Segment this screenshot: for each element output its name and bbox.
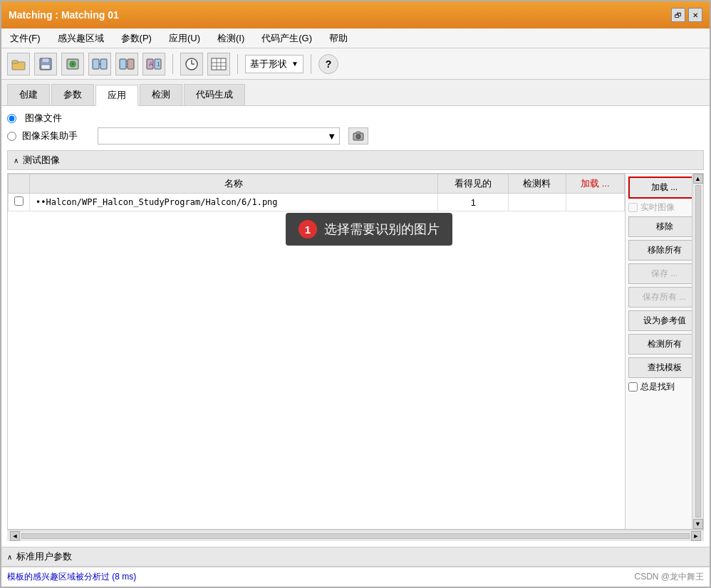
close-button[interactable]: ✕ [688,8,702,22]
toolbar-icon6[interactable]: A 1 [142,53,165,75]
standard-params-label: 标准用户参数 [16,550,72,563]
th-visible: 看得见的 [438,174,509,194]
th-load: 加载 ... [566,174,624,194]
status-text: 模板的感兴趣区域被分析过 (8 ms) [7,571,136,583]
camera-button[interactable] [348,127,368,145]
tooltip-popup: 1 选择需要识别的图片 [286,213,452,246]
svg-rect-30 [356,132,360,134]
tooltip-text: 选择需要识别的图片 [324,221,440,238]
svg-point-29 [356,135,360,139]
bottom-section: ∧ 标准用户参数 [1,547,710,567]
test-images-label: 测试图像 [23,154,60,167]
apply-tab-content: 图像文件 图像采集助手 ▼ [1,106,710,547]
svg-rect-23 [212,58,226,70]
menu-bar: 文件(F) 感兴趣区域 参数(P) 应用(U) 检测(I) 代码产生(G) 帮助 [1,28,710,48]
always-find-checkbox[interactable] [628,382,638,392]
th-detection: 检测料 [509,174,566,194]
shape-dropdown[interactable]: 基于形状 ▼ [245,55,303,73]
csdn-credit: CSDN @龙中舞王 [634,571,704,583]
tab-detect[interactable]: 检测 [140,84,182,105]
collapse-icon: ∧ [14,157,19,164]
grid-button[interactable] [207,53,230,75]
row-load-cell [566,194,624,211]
radio-row-2: 图像采集助手 ▼ [7,127,704,145]
realtime-row: 实时图像 [628,201,700,214]
save-all-button[interactable]: 保存所有 ... [628,287,700,308]
tab-create[interactable]: 创建 [7,84,50,105]
open-folder-button[interactable] [7,53,30,75]
standard-params-header[interactable]: ∧ 标准用户参数 [1,547,710,567]
th-checkbox [9,174,30,194]
svg-rect-12 [128,59,134,69]
radio-image-capture-label: 图像采集助手 [22,130,78,142]
tab-params[interactable]: 参数 [51,84,94,105]
tabs-bar: 创建 参数 应用 检测 代码生成 [1,80,710,106]
toolbar-sep3 [311,54,311,74]
toolbar-sep1 [172,54,173,74]
menu-detect[interactable]: 检测(I) [214,31,247,46]
menu-help[interactable]: 帮助 [326,31,351,46]
help-icon: ? [326,58,332,70]
menu-apply[interactable]: 应用(U) [166,31,203,46]
vertical-scrollbar[interactable]: ▲ ▼ [692,174,703,529]
scroll-left-button[interactable]: ◄ [10,531,20,541]
collapse-icon-2: ∧ [7,553,12,561]
toolbar-icon5[interactable] [115,53,138,75]
realtime-label: 实时图像 [640,201,675,214]
test-images-header[interactable]: ∧ 测试图像 [7,150,704,170]
horizontal-scrollbar[interactable]: ◄ ► [7,530,704,541]
toolbar-sep2 [237,54,238,74]
clock-button[interactable] [180,53,203,75]
menu-params[interactable]: 参数(P) [118,31,155,46]
title-bar: Matching : Matching 01 🗗 ✕ [1,1,710,28]
radio-image-file[interactable] [7,114,16,123]
scroll-right-button[interactable]: ► [691,531,701,541]
dropdown-arrow-icon: ▼ [327,131,336,142]
row-check-input[interactable] [14,196,24,206]
th-name: 名称 [30,174,438,194]
detect-all-button[interactable]: 检测所有 [628,334,700,355]
remove-button[interactable]: 移除 [628,216,700,237]
scroll-track[interactable] [695,185,701,518]
svg-rect-4 [41,65,50,69]
load-button[interactable]: 加载 ... [628,177,700,199]
table-row: ••Halcon/WPF_Halcon_StudyProgram/Halcon/… [9,194,625,211]
tab-codegen[interactable]: 代码生成 [184,84,245,105]
svg-rect-11 [120,59,126,69]
svg-rect-3 [42,58,49,63]
save-button[interactable]: 保存 ... [628,263,700,284]
svg-text:A: A [149,61,153,68]
title-bar-buttons: 🗗 ✕ [671,8,702,22]
save-button[interactable] [34,53,57,75]
find-template-button[interactable]: 查找模板 [628,357,700,378]
row-detection [509,194,566,211]
set-reference-button[interactable]: 设为参考值 [628,310,700,331]
scroll-up-button[interactable]: ▲ [693,174,703,184]
main-content: 图像文件 图像采集助手 ▼ [1,106,710,567]
menu-codegen[interactable]: 代码产生(G) [259,31,315,46]
row-checkbox[interactable] [9,194,30,211]
remove-all-button[interactable]: 移除所有 [628,240,700,261]
toolbar-icon4[interactable] [88,53,111,75]
row-name: ••Halcon/WPF_Halcon_StudyProgram/Halcon/… [30,194,438,211]
radio-image-capture[interactable] [7,132,16,141]
help-button[interactable]: ? [318,54,338,74]
restore-button[interactable]: 🗗 [671,8,685,22]
realtime-checkbox[interactable] [628,203,638,212]
menu-roi[interactable]: 感兴趣区域 [55,31,107,46]
menu-file[interactable]: 文件(F) [7,31,43,46]
svg-rect-1 [12,61,18,63]
toolbar-icon3[interactable] [61,53,84,75]
svg-point-7 [71,63,74,65]
h-scroll-track[interactable] [21,533,690,539]
status-bar: 模板的感兴趣区域被分析过 (8 ms) CSDN @龙中舞王 [1,567,710,587]
always-find-row: 总是找到 [628,381,700,393]
toolbar: A 1 基于形状 ▼ [1,48,710,80]
image-source-dropdown[interactable]: ▼ [98,127,340,145]
scroll-down-button[interactable]: ▼ [693,519,703,529]
svg-rect-8 [93,59,99,69]
table-wrapper: 名称 看得见的 检测料 加载 ... ••Halcon/WPF_Halcon_S… [7,173,704,530]
chevron-down-icon: ▼ [291,60,299,68]
radio-image-file-label: 图像文件 [25,112,62,125]
tab-apply[interactable]: 应用 [95,85,138,106]
